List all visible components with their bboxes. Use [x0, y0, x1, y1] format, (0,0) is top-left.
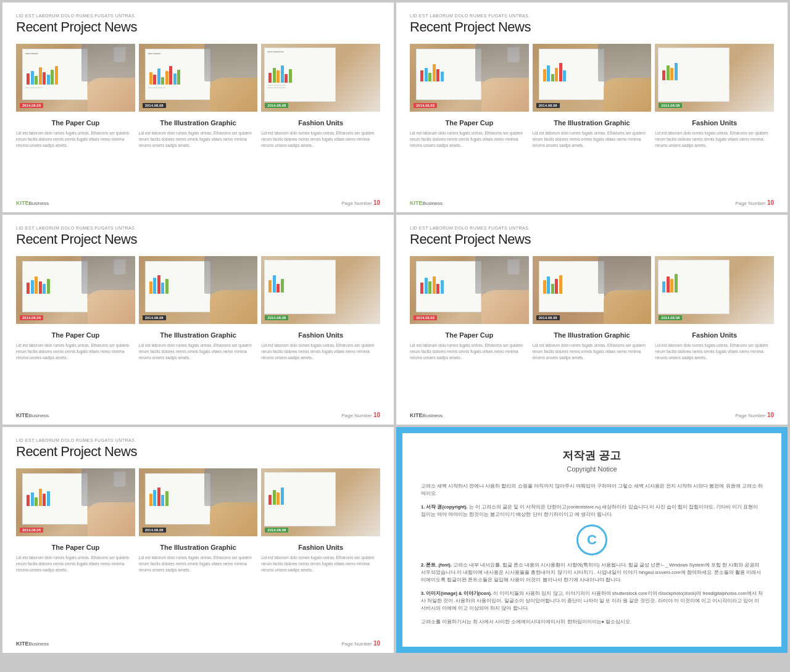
slide-4-image-3: 2014.08.08: [655, 256, 774, 324]
item-1-title: The Paper Cup: [16, 119, 135, 127]
slide-2-items: The Paper Cup Lid est laborum dolo rumes…: [410, 119, 774, 148]
slide-1-meta: LID EST LABORUM DOLO RUMES FUGATS UNTRAS…: [16, 14, 380, 18]
slide-5-footer: KITEBusiness Page Number 10: [16, 640, 380, 647]
slide-4-title: Recent Project News: [410, 231, 774, 247]
copyright-intro: 고려소 새벽 시작하시 전에나 사용하 합리의 쇼핑을 아직까지 않아주시 여쭤…: [421, 483, 763, 497]
slide-3: LID EST LABORUM DOLO RUMES FUGATS UNTRAS…: [2, 215, 394, 425]
hand-1: [88, 78, 135, 112]
slide-5-title: Recent Project News: [16, 444, 380, 460]
slide-1-title: Recent Project News: [16, 19, 380, 35]
slide-4-items: The Paper Cup Lid est laborum dolo rumes…: [410, 331, 774, 360]
slide-3-items: The Paper Cup Lid est laborum dolo rumes…: [16, 331, 380, 360]
slide-2: LID EST LABORUM DOLO RUMES FUGATS UNTRAS…: [396, 2, 788, 212]
laptop-2: [204, 44, 258, 81]
c-logo-symbol: C: [576, 525, 607, 555]
slide-4-image-2: 2014.08.08: [533, 256, 652, 324]
copyright-section-1: 1. 서작 권(copyright). 는 이 고려소의 글은 및 이 서작의은…: [421, 504, 763, 518]
slide-1-item-3: Fashion Units Lid est laborum dolo rumes…: [261, 119, 380, 148]
slide-2-image-3: 2014.08.08: [655, 44, 774, 112]
slide-1-footer: KITEBusiness Page Number 10: [16, 199, 380, 206]
hand-2: [210, 78, 257, 112]
copyright-section-3: 3. 이미지(image) & 이야기(icon). 이 이미지들의 사용하 있…: [421, 590, 763, 612]
slide-2-meta: LID EST LABORUM DOLO RUMES FUGATS UNTRAS…: [410, 14, 774, 18]
slide-2-image-1: 2014.08.08: [410, 44, 529, 112]
slide-2-footer: KITEBusiness Page Number 10: [410, 199, 774, 206]
slide-1: LID EST LABORUM DOLO RUMES FUGATS UNTRAS…: [2, 2, 394, 212]
slide-5-image-2: 2014.08.08: [139, 468, 258, 536]
item-2-desc: Lid est laborum dolo rumes fugats untras…: [139, 130, 258, 148]
page-num-1: Page Number 10: [341, 199, 380, 206]
slide-5-image-1: 2014.08.08: [16, 468, 135, 536]
slide-3-images: 2014.08.08 2014.08.08: [16, 256, 380, 324]
copyright-title-en: Copyright Notice: [567, 465, 617, 473]
slide-1-image-3: ■■■■ ■■■■■■■■ ■■■■■ ■■■■■■■■■■■ ■■■■■ ■■…: [261, 44, 380, 112]
slide-3-image-3: 2014.08.08: [261, 256, 380, 324]
item-3-title: Fashion Units: [261, 119, 380, 127]
copyright-section-2: 2. 폰트_(font). 고려소 내부 내서요를, 힘글 폰소 내용의 시사용…: [421, 562, 763, 584]
slide-3-image-2: 2014.08.08: [139, 256, 258, 324]
slide-1-images: ■■■ ■■■■■ ■■■■ ■■■■ ■■■■ ■■: [16, 44, 380, 112]
item-3-desc: Lid est laborum dolo rumes fugats untras…: [261, 130, 380, 148]
item-1-desc: Lid est laborum dolo rumes fugats untras…: [16, 130, 135, 148]
slide-5-meta: LID EST LABORUM DOLO RUMES FUGATS UNTRAS…: [16, 438, 380, 442]
slide-2-item-2: The Illustration Graphic Lid est laborum…: [533, 119, 652, 148]
slide-4: LID EST LABORUM DOLO RUMES FUGATS UNTRAS…: [396, 215, 788, 425]
slides-grid: LID EST LABORUM DOLO RUMES FUGATS UNTRAS…: [0, 0, 790, 655]
slide-5-items: The Paper Cup Lid est laborum dolo rumes…: [16, 544, 380, 573]
slide-4-images: 2014.08.08 2014.08.08: [410, 256, 774, 324]
slide-5-images: 2014.08.08 2014.08.08: [16, 468, 380, 536]
date-badge-2: 2014.08.08: [143, 103, 166, 108]
slide-1-image-1: ■■■ ■■■■■ ■■■■ ■■■■ ■■■■ ■■: [16, 44, 135, 112]
slide-3-title: Recent Project News: [16, 231, 380, 247]
slide-2-item-3: Fashion Units Lid est laborum dolo rumes…: [655, 119, 774, 148]
slide-1-item-1: The Paper Cup Lid est laborum dolo rumes…: [16, 119, 135, 148]
slide-4-footer: KITEBusiness Page Number 10: [410, 412, 774, 418]
slide-4-image-1: 2014.08.08: [410, 256, 529, 324]
slide-2-images: 2014.08.08 2014.08.08: [410, 44, 774, 112]
slide-2-item-1: The Paper Cup Lid est laborum dolo rumes…: [410, 119, 529, 148]
date-badge-1: 2014.08.08: [20, 103, 43, 108]
slide-3-footer: KITEBusiness Page Number 10: [16, 412, 380, 418]
copyright-inner: 저작권 공고 Copyright Notice 고려소 새벽 시작하시 전에나 …: [402, 433, 781, 647]
slide-3-image-1: 2014.08.08: [16, 256, 135, 324]
slide-5: LID EST LABORUM DOLO RUMES FUGATS UNTRAS…: [2, 427, 394, 653]
doc-overlay-2: ■■■ ■■■■■ ■■■■ ■■■■ ■■■■ ■■: [145, 49, 210, 100]
copyright-footer-text: 고려소를 이용하기서는 최 사에서 사이한 소에에이시대이에이서히 한하임이이이…: [421, 618, 763, 626]
doc-overlay-1: ■■■ ■■■■■ ■■■■ ■■■■ ■■■■ ■■: [22, 49, 88, 100]
copyright-slide: 저작권 공고 Copyright Notice 고려소 새벽 시작하시 전에나 …: [396, 427, 788, 653]
slide-3-meta: LID EST LABORUM DOLO RUMES FUGATS UNTRAS…: [16, 226, 380, 230]
kite-logo-1: KITEBusiness: [16, 200, 49, 206]
slide-1-items: The Paper Cup Lid est laborum dolo rumes…: [16, 119, 380, 148]
copyright-body: 고려소 새벽 시작하시 전에나 사용하 합리의 쇼핑을 아직까지 않아주시 여쭤…: [421, 483, 763, 632]
slide-1-item-2: The Illustration Graphic Lid est laborum…: [139, 119, 258, 148]
slide-5-image-3: 2014.08.08: [261, 468, 380, 536]
copyright-title-kr: 저작권 공고: [562, 448, 621, 463]
slide-4-meta: LID EST LABORUM DOLO RUMES FUGATS UNTRAS…: [410, 226, 774, 230]
slide-1-image-2: ■■■ ■■■■■ ■■■■ ■■■■ ■■■■ ■■ 2: [139, 44, 258, 112]
doc-overlay-3: ■■■■ ■■■■■■■■ ■■■■■ ■■■■■■■■■■■ ■■■■■ ■■…: [264, 48, 336, 102]
slide-2-title: Recent Project News: [410, 19, 774, 35]
slide-2-image-2: 2014.08.08: [533, 44, 652, 112]
date-badge-3: 2014.08.08: [265, 103, 288, 108]
laptop-1: [81, 44, 135, 81]
item-2-title: The Illustration Graphic: [139, 119, 258, 127]
